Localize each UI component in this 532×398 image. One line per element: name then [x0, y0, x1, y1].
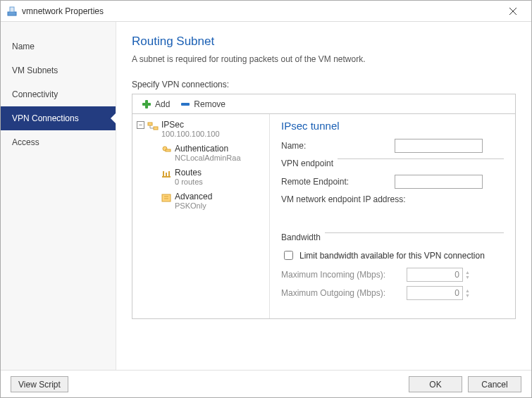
sidebar-item-label: VM Subnets — [12, 66, 58, 75]
tree-root-ipsec[interactable]: − IPSec 100.100.100.100 — [135, 118, 266, 139]
sidebar-item-vm-subnets[interactable]: VM Subnets — [1, 58, 116, 82]
remote-endpoint-label: Remote Endpoint: — [281, 177, 390, 187]
close-button[interactable] — [500, 1, 526, 21]
vpn-endpoint-group-label: VPN endpoint — [281, 158, 338, 168]
details-title: IPsec tunnel — [281, 120, 504, 132]
sidebar-item-label: Name — [12, 42, 35, 51]
tree-item-routes[interactable]: Routes 0 routes — [135, 166, 266, 187]
dialog-footer: View Script OK Cancel — [1, 370, 531, 398]
titlebar: vmnetwork Properties — [1, 1, 531, 22]
tree-item-label: Advanced — [175, 192, 212, 201]
svg-rect-6 — [181, 103, 190, 106]
name-input[interactable] — [395, 139, 483, 153]
auth-icon — [161, 144, 172, 156]
spinner-down-icon[interactable]: ▼ — [465, 275, 470, 280]
spinner-up-icon[interactable]: ▲ — [465, 270, 470, 275]
tree-root-label: IPSec — [161, 120, 220, 130]
limit-bandwidth-label: Limit bandwidth available for this VPN c… — [299, 251, 485, 261]
limit-bandwidth-checkbox[interactable] — [284, 251, 293, 260]
connections-tree: − IPSec 100.100.100.100 — [132, 114, 270, 318]
tree-item-label: Routes — [175, 168, 203, 178]
advanced-icon — [161, 192, 172, 204]
connections-panel: − IPSec 100.100.100.100 — [132, 113, 516, 319]
vm-endpoint-label: VM network endpoint IP address: — [281, 194, 406, 204]
specify-connections-label: Specify VPN connections: — [132, 80, 516, 89]
page-title: Routing Subnet — [132, 35, 516, 49]
tree-item-sub: PSKOnly — [175, 201, 212, 210]
plus-icon — [141, 99, 152, 110]
svg-rect-7 — [148, 123, 152, 125]
remove-label: Remove — [194, 99, 225, 109]
spinner-up-icon[interactable]: ▲ — [465, 288, 470, 293]
sidebar-item-vpn-connections[interactable]: VPN Connections — [1, 106, 116, 130]
tree-item-advanced[interactable]: Advanced PSKOnly — [135, 190, 266, 211]
remote-endpoint-input[interactable] — [395, 175, 483, 189]
remove-button[interactable]: Remove — [177, 97, 228, 111]
name-label: Name: — [281, 141, 390, 151]
sidebar-item-connectivity[interactable]: Connectivity — [1, 82, 116, 106]
svg-rect-0 — [8, 12, 16, 15]
max-outgoing-input[interactable] — [407, 286, 463, 300]
sidebar: Name VM Subnets Connectivity VPN Connect… — [1, 22, 116, 370]
ok-button[interactable]: OK — [409, 376, 462, 392]
tree-item-label: Authentication — [175, 144, 241, 154]
page-description: A subnet is required for routing packets… — [132, 54, 516, 64]
network-icon — [147, 120, 159, 132]
sidebar-item-label: Access — [12, 137, 39, 147]
details-pane: IPsec tunnel Name: VPN endpoint Remote E… — [270, 114, 515, 318]
tree-item-authentication[interactable]: Authentication NCLocalAdminRaa — [135, 142, 266, 163]
content-pane: Routing Subnet A subnet is required for … — [116, 22, 531, 370]
bandwidth-group-label: Bandwidth — [281, 232, 325, 242]
window-title: vmnetwork Properties — [22, 6, 500, 16]
spinner-down-icon[interactable]: ▼ — [465, 293, 470, 298]
max-outgoing-label: Maximum Outgoing (Mbps): — [281, 288, 402, 298]
tree-collapse-icon[interactable]: − — [137, 121, 144, 129]
tree-item-sub: 0 routes — [175, 178, 203, 186]
connections-toolbar: Add Remove — [132, 94, 516, 113]
svg-rect-17 — [162, 194, 171, 201]
routes-icon — [161, 168, 172, 180]
sidebar-item-name[interactable]: Name — [1, 35, 116, 58]
tree-root-sub: 100.100.100.100 — [161, 130, 220, 138]
max-outgoing-spinner[interactable]: ▲ ▼ — [407, 286, 470, 300]
sidebar-item-label: VPN Connections — [12, 113, 79, 123]
svg-rect-8 — [154, 127, 158, 130]
add-button[interactable]: Add — [138, 97, 173, 111]
minus-icon — [180, 99, 191, 110]
app-icon — [6, 6, 18, 17]
cancel-button[interactable]: Cancel — [468, 376, 521, 392]
max-incoming-spinner[interactable]: ▲ ▼ — [407, 268, 470, 282]
svg-rect-1 — [10, 7, 14, 12]
add-label: Add — [155, 99, 170, 109]
svg-rect-5 — [142, 103, 151, 106]
max-incoming-input[interactable] — [407, 268, 463, 282]
sidebar-item-label: Connectivity — [12, 89, 58, 99]
max-incoming-label: Maximum Incoming (Mbps): — [281, 270, 402, 280]
sidebar-item-access[interactable]: Access — [1, 130, 116, 154]
view-script-button[interactable]: View Script — [11, 376, 68, 392]
tree-item-sub: NCLocalAdminRaa — [175, 154, 241, 162]
svg-rect-12 — [166, 149, 171, 151]
